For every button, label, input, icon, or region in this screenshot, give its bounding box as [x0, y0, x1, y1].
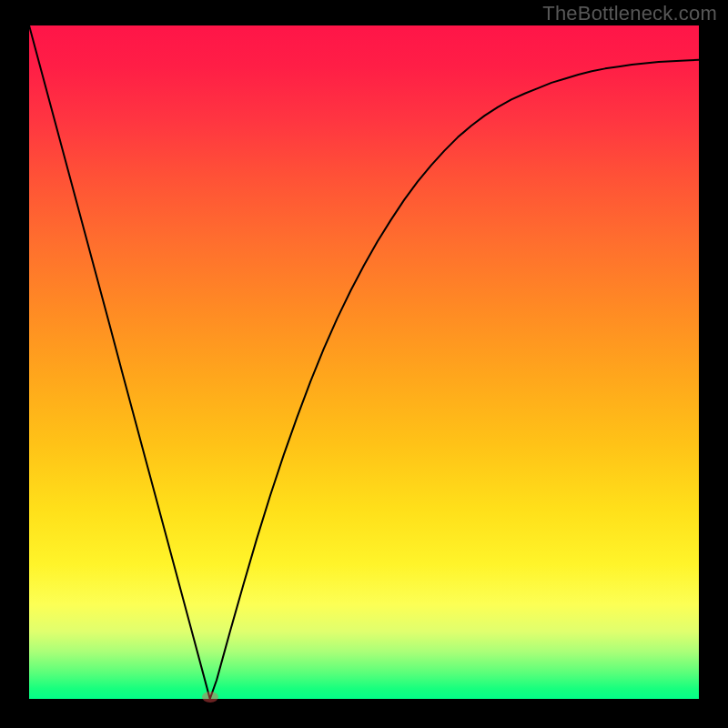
bottleneck-curve — [29, 25, 699, 699]
plot-area — [29, 25, 699, 699]
watermark-text: TheBottleneck.com — [542, 2, 717, 25]
chart-container: TheBottleneck.com — [0, 0, 728, 728]
